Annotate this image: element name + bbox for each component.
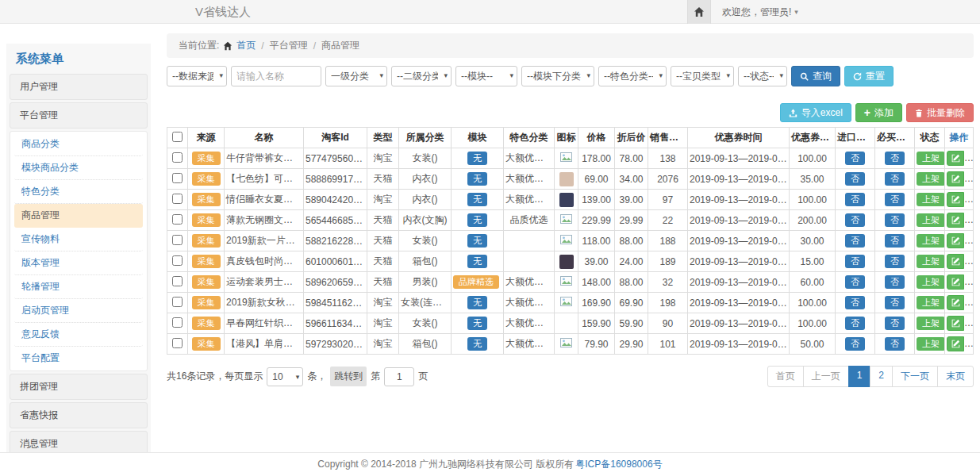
must-buy-toggle[interactable]: 否: [885, 296, 905, 309]
page-button[interactable]: 下一页: [892, 366, 938, 387]
row-checkbox[interactable]: [172, 173, 183, 183]
edit-button[interactable]: [947, 233, 964, 248]
edit-icon: [951, 236, 960, 245]
filter-select-control[interactable]: 一级分类: [325, 66, 387, 86]
edit-button[interactable]: [947, 316, 964, 331]
row-checkbox[interactable]: [172, 214, 183, 225]
sidebar-group[interactable]: 平台管理: [10, 102, 148, 129]
import-select-toggle[interactable]: 否: [845, 213, 865, 227]
price: 159.90: [578, 313, 615, 334]
import-select-toggle[interactable]: 否: [845, 337, 865, 351]
records-summary: 共16条记录，每页显示: [167, 370, 263, 383]
import-excel-button[interactable]: 导入excel: [780, 103, 851, 122]
page-button[interactable]: 2: [870, 366, 893, 387]
must-buy-toggle[interactable]: 否: [885, 255, 905, 268]
row-checkbox[interactable]: [172, 317, 183, 328]
edit-button[interactable]: [947, 336, 964, 351]
must-buy-toggle[interactable]: 否: [885, 213, 905, 227]
sidebar-item[interactable]: 平台配置: [14, 347, 143, 370]
edit-button[interactable]: [947, 151, 964, 166]
edit-button[interactable]: [947, 192, 964, 207]
import-select-toggle[interactable]: 否: [845, 275, 865, 289]
page-button[interactable]: 上一页: [803, 366, 849, 387]
filter-select-control[interactable]: --特色分类--: [598, 66, 667, 86]
status-badge[interactable]: 上架: [917, 172, 945, 186]
status-badge[interactable]: 上架: [917, 255, 945, 268]
page-button[interactable]: 首页: [767, 366, 804, 387]
row-checkbox[interactable]: [172, 338, 183, 348]
edit-button[interactable]: [947, 171, 964, 186]
must-buy-toggle[interactable]: 否: [885, 275, 905, 289]
import-select-toggle[interactable]: 否: [845, 296, 865, 309]
add-button[interactable]: + 添加: [855, 103, 902, 122]
import-select-toggle[interactable]: 否: [845, 172, 865, 186]
must-buy-toggle[interactable]: 否: [885, 193, 905, 206]
row-checkbox[interactable]: [172, 194, 183, 204]
icp-link[interactable]: 粤ICP备16098006号: [575, 458, 662, 471]
row-checkbox[interactable]: [172, 276, 183, 286]
reset-button[interactable]: 重置: [844, 66, 894, 86]
page-button[interactable]: 1: [848, 366, 871, 387]
edit-button[interactable]: [947, 213, 964, 228]
pagination-summary: 共16条记录，每页显示 10 ▾ 条， 跳转到 第 页: [167, 367, 428, 386]
status-badge[interactable]: 上架: [917, 275, 945, 289]
sidebar-group[interactable]: 用户管理: [10, 74, 148, 100]
row-checkbox[interactable]: [172, 297, 183, 307]
row-checkbox[interactable]: [172, 235, 183, 245]
import-select-toggle[interactable]: 否: [845, 234, 865, 248]
status-badge[interactable]: 上架: [917, 317, 945, 330]
filter-select-control[interactable]: --宝贝类型--: [671, 66, 734, 86]
filter-select-control[interactable]: --数据来源--: [167, 66, 227, 86]
breadcrumb-home-link[interactable]: 首页: [236, 39, 256, 52]
filter-select-control[interactable]: --模块--: [455, 66, 517, 86]
status-badge[interactable]: 上架: [917, 152, 945, 165]
sidebar-group[interactable]: 消息管理: [10, 431, 148, 452]
home-button[interactable]: [687, 0, 711, 24]
status-badge[interactable]: 上架: [917, 337, 945, 351]
sidebar-item[interactable]: 特色分类: [14, 180, 143, 204]
sidebar-group[interactable]: 拼团管理: [10, 374, 148, 400]
must-buy-toggle[interactable]: 否: [885, 234, 905, 248]
must-buy-toggle[interactable]: 否: [885, 172, 905, 186]
status-badge[interactable]: 上架: [917, 213, 945, 227]
page-number-input[interactable]: [384, 367, 414, 386]
must-buy-toggle[interactable]: 否: [885, 337, 905, 351]
sidebar-item[interactable]: 模块商品分类: [14, 156, 143, 180]
sidebar-item[interactable]: 商品管理: [14, 204, 143, 228]
row-checkbox[interactable]: [172, 255, 183, 266]
user-menu[interactable]: 欢迎您，管理员! ▾: [722, 6, 798, 19]
sidebar-group[interactable]: 省惠快报: [10, 402, 148, 428]
status-badge[interactable]: 上架: [917, 234, 945, 248]
per-page-select[interactable]: 10 ▾: [267, 367, 303, 386]
edit-button[interactable]: [947, 254, 964, 269]
jump-button[interactable]: 跳转到: [330, 367, 367, 386]
filter-select-control[interactable]: --状态--: [738, 66, 787, 86]
per-page-select-control[interactable]: 10: [267, 367, 303, 386]
row-checkbox[interactable]: [172, 152, 183, 163]
filter-select-control[interactable]: --二级分类--: [391, 66, 452, 86]
filter-select-control[interactable]: --模块下分类--: [521, 66, 594, 86]
feature-category: 大额优惠券: [504, 148, 555, 169]
search-button[interactable]: 查询: [791, 66, 840, 86]
select-all-checkbox[interactable]: [172, 132, 183, 142]
import-select-toggle[interactable]: 否: [845, 152, 865, 165]
sidebar-item[interactable]: 意见反馈: [14, 323, 143, 347]
import-select-toggle[interactable]: 否: [845, 255, 865, 268]
sidebar-item[interactable]: 启动页管理: [14, 299, 143, 323]
name-search-input[interactable]: [231, 66, 321, 86]
must-buy-toggle[interactable]: 否: [885, 317, 905, 330]
status-badge[interactable]: 上架: [917, 296, 945, 309]
batch-delete-button[interactable]: 批量删除: [906, 103, 974, 122]
edit-button[interactable]: [947, 295, 964, 310]
must-buy-toggle[interactable]: 否: [885, 152, 905, 165]
sidebar-item[interactable]: 宣传物料: [14, 228, 143, 251]
status-badge[interactable]: 上架: [917, 193, 945, 206]
sidebar-item[interactable]: 商品分类: [14, 132, 143, 156]
import-select-toggle[interactable]: 否: [845, 193, 865, 206]
page-button[interactable]: 末页: [937, 366, 974, 387]
table-row: 采集 牛仔背带裤女秋装减龄... 577479560965 淘宝 女装() 无 …: [167, 148, 974, 169]
sidebar-item[interactable]: 版本管理: [14, 251, 143, 275]
sidebar-item[interactable]: 轮播管理: [14, 275, 143, 299]
import-select-toggle[interactable]: 否: [845, 317, 865, 330]
edit-button[interactable]: [947, 274, 964, 290]
